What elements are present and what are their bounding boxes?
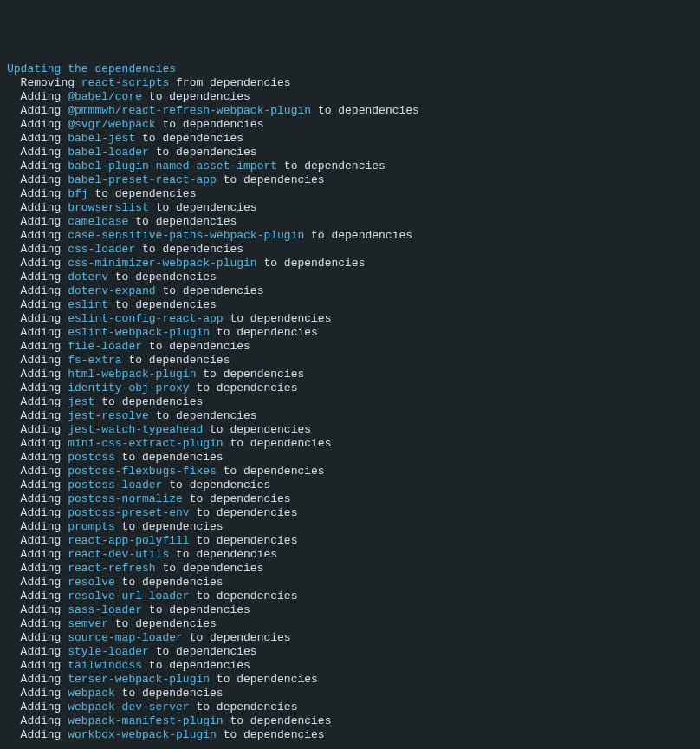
adding-line: Adding webpack-manifest-plugin to depend… <box>7 714 693 728</box>
adding-package: webpack-manifest-plugin <box>68 714 223 727</box>
adding-package: @pmmmwh/react-refresh-webpack-plugin <box>68 104 311 117</box>
adding-target: to dependencies <box>108 617 217 630</box>
adding-verb: Adding <box>21 437 68 450</box>
adding-target: to dependencies <box>149 409 257 422</box>
adding-verb: Adding <box>21 312 68 325</box>
adding-target: to dependencies <box>257 257 366 270</box>
adding-line: Adding dotenv-expand to dependencies <box>7 284 693 298</box>
adding-package: react-app-polyfill <box>68 534 189 547</box>
adding-line: Adding eslint-config-react-app to depend… <box>7 312 693 326</box>
adding-line: Adding dotenv to dependencies <box>7 270 693 284</box>
adding-line: Adding @babel/core to dependencies <box>7 90 693 104</box>
adding-line: Adding case-sensitive-paths-webpack-plug… <box>7 229 693 243</box>
adding-verb: Adding <box>21 257 68 270</box>
adding-line: Adding css-minimizer-webpack-plugin to d… <box>7 257 693 270</box>
adding-verb: Adding <box>21 229 68 242</box>
adding-target: to dependencies <box>169 548 277 561</box>
adding-package: css-minimizer-webpack-plugin <box>68 257 256 270</box>
adding-verb: Adding <box>21 284 68 297</box>
adding-line: Adding webpack-dev-server to dependencie… <box>7 700 693 714</box>
adding-line: Adding babel-jest to dependencies <box>7 132 693 146</box>
adding-verb: Adding <box>21 603 68 616</box>
adding-target: to dependencies <box>135 243 243 256</box>
adding-verb: Adding <box>21 617 68 630</box>
adding-package: postcss-normalize <box>68 492 183 505</box>
adding-package: prompts <box>68 520 115 533</box>
adding-line: Adding postcss to dependencies <box>7 451 693 465</box>
adding-verb: Adding <box>21 104 68 117</box>
adding-package: jest-watch-typeahead <box>68 423 203 436</box>
adding-verb: Adding <box>21 395 68 408</box>
adding-package: source-map-loader <box>68 631 183 644</box>
adding-verb: Adding <box>21 423 68 436</box>
adding-verb: Adding <box>21 465 68 478</box>
adding-package: jest-resolve <box>68 409 149 422</box>
adding-target: to dependencies <box>183 631 291 644</box>
adding-target: to dependencies <box>135 132 243 145</box>
adding-target: to dependencies <box>210 673 318 686</box>
adding-target: to dependencies <box>224 437 332 450</box>
removing-verb: Removing <box>21 76 81 89</box>
adding-package: semver <box>68 617 108 630</box>
adding-verb: Adding <box>21 187 68 200</box>
adding-package: eslint <box>68 298 108 311</box>
adding-line: Adding terser-webpack-plugin to dependen… <box>7 673 693 687</box>
adding-verb: Adding <box>21 548 68 561</box>
adding-line: Adding prompts to dependencies <box>7 520 693 534</box>
adding-line: Adding postcss-flexbugs-fixes to depende… <box>7 465 693 479</box>
adding-verb: Adding <box>21 326 68 339</box>
adding-verb: Adding <box>21 728 68 741</box>
adding-line: Adding jest-resolve to dependencies <box>7 409 693 423</box>
adding-target: to dependencies <box>142 603 250 616</box>
adding-package: sass-loader <box>68 603 142 616</box>
adding-package: terser-webpack-plugin <box>68 673 210 686</box>
adding-verb: Adding <box>21 562 68 575</box>
adding-verb: Adding <box>21 243 68 256</box>
adding-target: to dependencies <box>108 298 217 311</box>
adding-package: postcss-flexbugs-fixes <box>68 465 217 478</box>
adding-line: Adding style-loader to dependencies <box>7 645 693 659</box>
adding-target: to dependencies <box>122 354 230 367</box>
adding-line: Adding postcss-loader to dependencies <box>7 479 693 492</box>
adding-package: css-loader <box>68 243 135 256</box>
adding-package: mini-css-extract-plugin <box>68 437 223 450</box>
deps-header-text: Updating the dependencies <box>7 62 176 75</box>
adding-line: Adding babel-loader to dependencies <box>7 146 693 160</box>
adding-target: to dependencies <box>210 326 318 339</box>
adding-package: dotenv-expand <box>68 284 155 297</box>
adding-verb: Adding <box>21 368 68 381</box>
adding-target: to dependencies <box>142 340 250 353</box>
adding-verb: Adding <box>21 700 68 713</box>
adding-target: to dependencies <box>162 479 270 492</box>
adding-verb: Adding <box>21 451 68 464</box>
adding-package: file-loader <box>68 340 142 353</box>
adding-verb: Adding <box>21 146 68 159</box>
adding-target: to dependencies <box>224 714 332 727</box>
adding-line: Adding postcss-normalize to dependencies <box>7 492 693 506</box>
adding-package: @svgr/webpack <box>68 118 155 131</box>
adding-line: Adding postcss-preset-env to dependencie… <box>7 506 693 520</box>
adding-target: to dependencies <box>115 451 224 464</box>
adding-package: identity-obj-proxy <box>68 381 189 394</box>
adding-line: Adding react-app-polyfill to dependencie… <box>7 534 693 548</box>
adding-line: Adding camelcase to dependencies <box>7 215 693 229</box>
adding-target: to dependencies <box>115 687 224 700</box>
adding-package: dotenv <box>68 270 108 283</box>
adding-package: html-webpack-plugin <box>68 368 196 381</box>
adding-package: jest <box>68 395 94 408</box>
adding-verb: Adding <box>21 132 68 145</box>
adding-package: @babel/core <box>68 90 142 103</box>
adding-target: to dependencies <box>115 520 224 533</box>
adding-target: to dependencies <box>217 465 325 478</box>
adding-verb: Adding <box>21 340 68 353</box>
adding-verb: Adding <box>21 215 68 228</box>
adding-verb: Adding <box>21 506 68 519</box>
adding-target: to dependencies <box>142 90 250 103</box>
adding-target: to dependencies <box>149 146 257 159</box>
adding-target: to dependencies <box>304 229 412 242</box>
adding-target: to dependencies <box>190 700 298 713</box>
adding-package: resolve <box>68 576 115 589</box>
adding-line: Adding workbox-webpack-plugin to depende… <box>7 728 693 742</box>
adding-line: Adding react-dev-utils to dependencies <box>7 548 693 562</box>
adding-target: to dependencies <box>149 645 257 658</box>
